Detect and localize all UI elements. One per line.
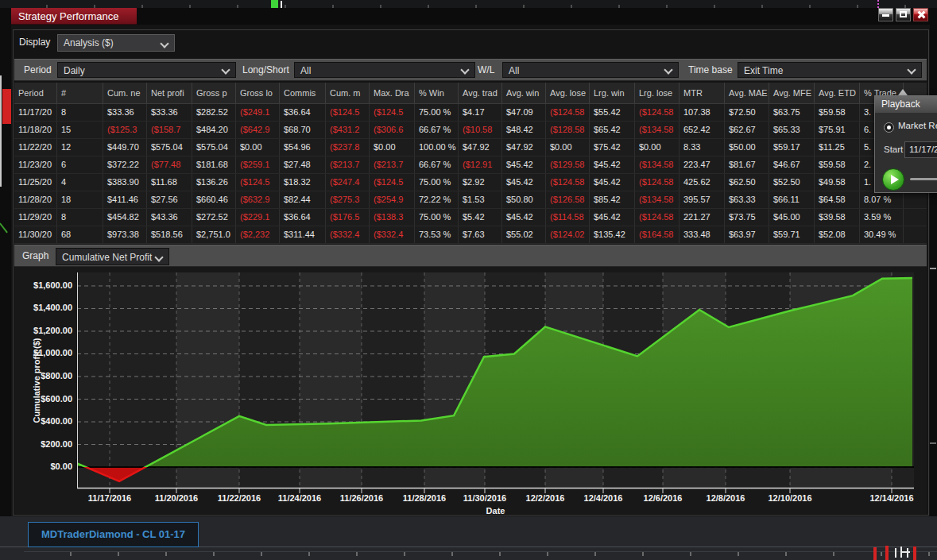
table-cell: $272.52 <box>192 209 236 226</box>
wl-filter-dropdown[interactable]: All <box>502 62 679 78</box>
longshort-filter-dropdown[interactable]: All <box>294 62 475 78</box>
close-button[interactable] <box>913 8 928 21</box>
column-header[interactable]: # <box>57 83 103 103</box>
table-cell: ($306.6 <box>370 122 415 138</box>
column-header[interactable]: Lrg. lose <box>635 83 680 103</box>
column-header[interactable]: MTR <box>680 83 725 103</box>
table-body: 11/17/208$33.36$33.36$282.52($249.1$36.6… <box>14 104 927 244</box>
table-cell: $55.42 <box>590 104 635 121</box>
window-title[interactable]: Strategy Performance <box>11 8 137 25</box>
table-cell: $75.91 <box>815 122 860 138</box>
table-cell: $65.42 <box>590 122 635 138</box>
table-cell: 8 <box>57 209 103 226</box>
y-tick-label: $600.00 <box>41 394 72 404</box>
start-date-field[interactable]: 11/17/2 <box>904 141 937 158</box>
playback-panel-title[interactable]: Playback <box>875 96 937 113</box>
table-cell: $75.42 <box>590 139 635 156</box>
chevron-down-icon <box>221 65 230 74</box>
market-replay-radio[interactable] <box>884 122 894 133</box>
scroll-up-icon[interactable] <box>898 89 908 95</box>
table-row[interactable]: 11/28/2018$411.46$27.56$660.46($632.9$82… <box>14 191 927 209</box>
table-row[interactable]: 11/23/206$372.22($77.48$181.68($259.1$27… <box>14 156 927 174</box>
column-header[interactable]: Avg. win <box>502 83 546 103</box>
table-cell: 11/17/20 <box>14 104 57 121</box>
column-header[interactable]: Gross p <box>192 83 236 103</box>
column-header[interactable]: Cum. m <box>326 83 370 103</box>
table-cell: $11.25 <box>815 139 860 156</box>
table-cell: 652.42 <box>680 122 725 138</box>
screen: Strategy Performance Display Analysis ($… <box>0 0 937 560</box>
table-row[interactable]: 11/22/2012$449.70$575.04$575.04$0.00$54.… <box>14 139 927 156</box>
background-white-tick <box>281 1 282 8</box>
play-button[interactable] <box>882 168 904 191</box>
chart-plot <box>77 272 914 493</box>
column-header[interactable]: Max. Dra <box>370 83 415 103</box>
table-cell: ($2,232 <box>236 226 280 243</box>
column-header[interactable]: Cum. ne <box>103 83 147 103</box>
column-header[interactable]: Avg. MAE <box>725 83 769 103</box>
display-dropdown[interactable]: Analysis ($) <box>57 34 175 52</box>
table-cell: $575.04 <box>192 139 236 156</box>
table-cell: $47.09 <box>502 104 546 121</box>
x-tick-label: 12/6/2016 <box>644 493 683 503</box>
table-cell: 15 <box>57 122 103 138</box>
table-cell: $282.52 <box>192 104 236 121</box>
background-tick-white-3 <box>900 551 910 553</box>
table-cell: $59.58 <box>815 156 860 173</box>
table-cell: $59.17 <box>769 139 815 156</box>
column-header[interactable]: Gross lo <box>236 83 280 103</box>
table-cell: $49.58 <box>815 174 860 191</box>
graph-dropdown[interactable]: Cumulative Net Profit <box>56 248 169 265</box>
column-header[interactable]: % Win <box>415 83 459 103</box>
background-time-axis-ticks <box>24 551 937 556</box>
table-row[interactable]: 11/29/208$454.82$43.36$272.52($229.1$36.… <box>14 209 927 226</box>
table-cell: $575.04 <box>147 139 192 156</box>
column-header[interactable]: Period <box>14 83 57 103</box>
background-green-mark <box>0 222 8 233</box>
table-cell: $0.00 <box>635 139 680 156</box>
x-tick-label: 11/30/2016 <box>463 493 506 503</box>
table-cell: 4 <box>57 174 103 191</box>
table-cell: $45.42 <box>502 174 546 191</box>
column-header[interactable]: Lrg. win <box>590 83 635 103</box>
table-row[interactable]: 11/25/204$383.90$11.68$136.26($124.5$18.… <box>14 174 927 191</box>
table-row[interactable]: 11/30/2068$973.38$518.56$2,751.0($2,232$… <box>14 226 927 244</box>
wl-filter-label: W/L <box>478 64 494 75</box>
column-header[interactable]: Avg. ETD <box>815 83 860 103</box>
table-cell: ($259.1 <box>236 156 280 173</box>
table-row[interactable]: 11/18/2015($125.3($158.7$484.20($642.9$6… <box>14 122 927 139</box>
column-header[interactable]: Avg. trad <box>459 83 502 103</box>
table-cell: $36.64 <box>280 209 326 226</box>
column-header[interactable]: Avg. lose <box>546 83 590 103</box>
table-cell: ($642.9 <box>236 122 280 138</box>
table-cell: $33.36 <box>147 104 192 121</box>
maximize-icon <box>900 11 907 17</box>
playback-slider[interactable] <box>910 178 937 180</box>
table-cell: 333.48 <box>680 226 725 243</box>
table-cell: ($275.3 <box>326 191 370 208</box>
chart-tab-mdtraderdiamond[interactable]: MDTraderDiamond - CL 01-17 <box>28 522 199 547</box>
table-cell: ($158.7 <box>147 122 192 138</box>
start-label: Start <box>884 145 903 154</box>
table-header-row: Period#Cum. neNet profiGross pGross loCo… <box>14 83 927 104</box>
table-cell: $59.71 <box>769 226 815 243</box>
table-cell: 73.53 % <box>415 226 459 243</box>
table-row[interactable]: 11/17/208$33.36$33.36$282.52($249.1$36.6… <box>14 104 927 122</box>
column-header[interactable]: Net profi <box>147 83 192 103</box>
minimize-button[interactable] <box>878 8 893 21</box>
display-label: Display <box>19 37 50 48</box>
table-cell: ($332.4 <box>370 226 415 243</box>
table-cell: $45.00 <box>769 209 815 226</box>
table-cell: $55.02 <box>502 226 546 243</box>
column-header[interactable]: Avg. MFE <box>769 83 815 103</box>
table-cell: $45.42 <box>502 209 546 226</box>
period-filter-dropdown[interactable]: Daily <box>57 62 236 78</box>
background-vertical-line <box>0 75 2 187</box>
table-cell: $64.58 <box>815 191 860 208</box>
table-cell: ($213.7 <box>370 156 415 173</box>
table-cell: $449.70 <box>103 139 147 156</box>
timebase-filter-dropdown[interactable]: Exit Time <box>738 62 922 78</box>
table-cell: 11/23/20 <box>14 156 57 173</box>
maximize-button[interactable] <box>896 8 911 21</box>
column-header[interactable]: Commis <box>280 83 326 103</box>
